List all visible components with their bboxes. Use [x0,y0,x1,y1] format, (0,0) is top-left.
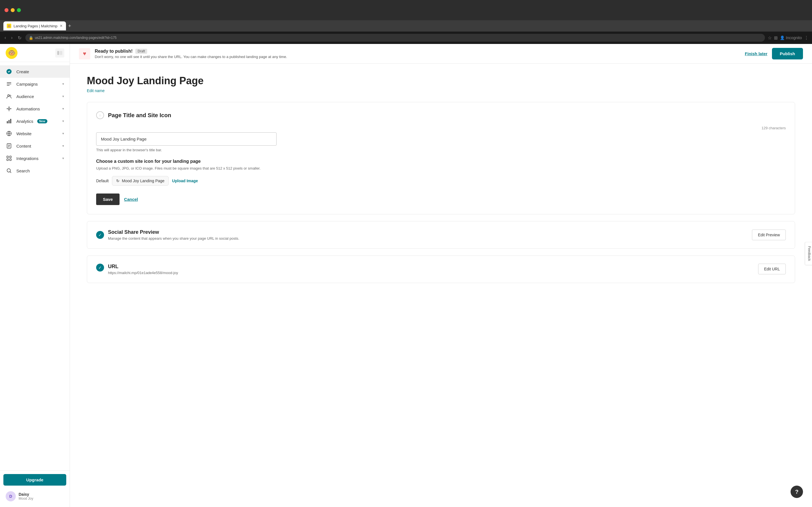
sidebar-item-content[interactable]: Content ▾ [0,140,70,152]
sidebar-item-search[interactable]: Search [0,165,70,177]
sidebar-item-website-label: Website [16,131,32,136]
draft-badge: Draft [135,49,147,54]
minimize-window-button[interactable] [11,8,15,12]
browser-tab-bar: 🐵 Landing Pages | Mailchimp ✕ + [0,20,812,32]
sidebar-item-search-label: Search [16,168,30,173]
profile-icon[interactable]: 👤 Incognito [780,36,802,40]
maximize-window-button[interactable] [17,8,21,12]
edit-url-button[interactable]: Edit URL [758,264,786,274]
banner-text: Ready to publish! Draft Don't worry, no … [95,49,741,59]
browser-chrome [0,0,812,20]
logo-icon[interactable]: 🐵 [6,47,17,59]
svg-rect-11 [7,156,8,158]
sidebar-item-create-label: Create [16,69,29,74]
upload-image-link[interactable]: Upload Image [172,179,198,183]
url-section: ✓ URL https://mailchi.mp/01e1ade4e558/mo… [87,256,795,283]
user-info: D Daisy Mood Joy [3,489,66,504]
publish-banner: ♥ Ready to publish! Draft Don't worry, n… [70,44,812,64]
user-name: Daisy [18,492,33,497]
sidebar-item-integrations-label: Integrations [16,156,38,161]
tab-label: Landing Pages | Mailchimp [13,24,57,28]
integrations-chevron-icon: ▾ [62,156,64,160]
forward-button[interactable]: › [10,34,13,41]
finish-later-button[interactable]: Finish later [745,51,767,56]
page-title: Mood Joy Landing Page [87,75,795,87]
sidebar-item-audience-label: Audience [16,94,34,99]
new-tab-button[interactable]: + [68,23,71,29]
social-text: Social Share Preview Manage the content … [108,229,748,240]
website-icon [6,130,12,137]
url-content: URL https://mailchi.mp/01e1ade4e558/mood… [108,264,754,275]
help-button[interactable]: ? [791,486,803,498]
sidebar-item-integrations[interactable]: Integrations ▾ [0,152,70,165]
automations-chevron-icon: ▾ [62,107,64,111]
save-button[interactable]: Save [96,193,119,205]
svg-rect-0 [57,51,59,55]
sidebar-item-campaigns[interactable]: Campaigns ▾ [0,78,70,90]
svg-rect-13 [7,159,8,161]
banner-subtitle: Don't worry, no one will see it until yo… [95,55,741,59]
address-text: us21.admin.mailchimp.com/landing-pages/e… [35,36,117,40]
audience-icon [6,93,12,100]
edit-name-link[interactable]: Edit name [87,89,795,93]
tab-favicon: 🐵 [7,24,11,28]
refresh-button[interactable]: ↻ [17,34,22,42]
bookmark-icon[interactable]: ☆ [768,35,772,41]
feedback-tab[interactable]: Feedback [805,242,812,265]
campaigns-icon [6,80,12,87]
svg-rect-1 [60,51,62,55]
sidebar-logo: 🐵 [0,44,70,62]
page-inner: Mood Joy Landing Page Edit name ○ Page T… [70,64,812,507]
panel-toggle-button[interactable] [55,48,64,57]
app-container: 🐵 Create [0,44,812,507]
sidebar-item-automations[interactable]: Automations ▾ [0,103,70,115]
content-chevron-icon: ▾ [62,144,64,148]
social-share-subtitle: Manage the content that appears when you… [108,236,748,240]
sidebar-item-analytics[interactable]: Analytics New ▾ [0,115,70,127]
extensions-icon[interactable]: ⊞ [774,35,777,41]
svg-rect-12 [10,156,11,158]
sidebar-item-create[interactable]: Create [0,65,70,78]
icon-option-label: Mood Joy Landing Page [122,179,164,183]
svg-rect-7 [8,120,10,123]
section-actions-title-icon: Save Cancel [96,193,786,205]
sidebar-item-automations-label: Automations [16,107,40,111]
icon-picker: Default ↻ Mood Joy Landing Page Upload I… [96,176,786,186]
upgrade-button[interactable]: Upgrade [3,474,66,486]
audience-chevron-icon: ▾ [62,94,64,98]
menu-icon[interactable]: ⋮ [804,35,809,41]
traffic-lights [4,8,21,12]
custom-icon-label: Choose a custom site icon for your landi… [96,159,786,164]
back-button[interactable]: ‹ [3,34,7,41]
create-icon [6,68,12,75]
sidebar-item-audience[interactable]: Audience ▾ [0,90,70,103]
url-section-title: URL [108,264,754,270]
page-title-input[interactable] [96,132,276,146]
search-icon [6,167,12,174]
address-input[interactable]: 🔒 us21.admin.mailchimp.com/landing-pages… [26,34,765,42]
banner-actions: Finish later Publish [745,48,803,59]
campaigns-chevron-icon: ▾ [62,82,64,86]
browser-actions: ☆ ⊞ 👤 Incognito ⋮ [768,35,809,41]
sidebar-bottom: Upgrade D Daisy Mood Joy [0,470,70,507]
sidebar-item-campaigns-label: Campaigns [16,82,38,87]
browser-tab[interactable]: 🐵 Landing Pages | Mailchimp ✕ [3,21,66,31]
url-value: https://mailchi.mp/01e1ade4e558/mood-joy [108,271,754,275]
cancel-button[interactable]: Cancel [124,197,138,202]
close-window-button[interactable] [4,8,8,12]
icon-upload-hint: Upload a PNG, JPG, or ICO image. Files m… [96,166,786,170]
publish-button[interactable]: Publish [772,48,803,59]
char-count: 129 characters [96,126,786,130]
edit-preview-button[interactable]: Edit Preview [752,230,786,240]
svg-point-3 [8,95,9,96]
section-title-page-title-icon: Page Title and Site Icon [108,112,171,119]
sidebar-item-website[interactable]: Website ▾ [0,127,70,140]
sidebar-item-content-label: Content [16,144,31,149]
tab-close-button[interactable]: ✕ [60,24,63,28]
svg-rect-6 [7,121,8,123]
icon-option[interactable]: ↻ Mood Joy Landing Page [112,176,168,186]
sidebar-nav: Create Campaigns ▾ [0,62,70,470]
title-input-hint: This will appear in the browser's title … [96,148,786,152]
refresh-icon: ↻ [116,179,119,183]
analytics-new-badge: New [37,119,47,123]
